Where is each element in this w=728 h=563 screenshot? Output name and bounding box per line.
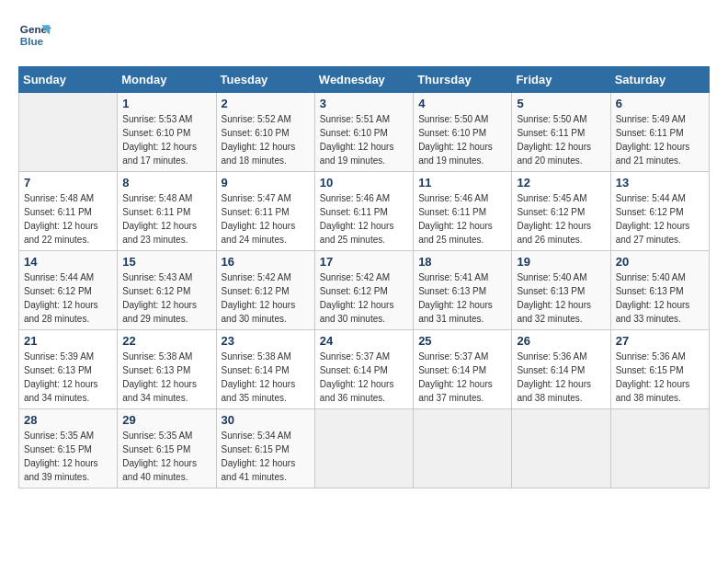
day-number: 12 — [517, 176, 605, 190]
day-number: 25 — [418, 334, 506, 348]
day-info: Sunrise: 5:34 AMSunset: 6:15 PMDaylight:… — [222, 429, 310, 484]
calendar-week-row: 1Sunrise: 5:53 AMSunset: 6:10 PMDaylight… — [19, 93, 710, 172]
calendar-cell: 19Sunrise: 5:40 AMSunset: 6:13 PMDayligh… — [512, 251, 610, 330]
day-info: Sunrise: 5:45 AMSunset: 6:12 PMDaylight:… — [517, 191, 605, 247]
day-info: Sunrise: 5:35 AMSunset: 6:15 PMDaylight:… — [24, 429, 112, 484]
day-info: Sunrise: 5:40 AMSunset: 6:13 PMDaylight:… — [517, 270, 605, 326]
calendar-cell: 29Sunrise: 5:35 AMSunset: 6:15 PMDayligh… — [118, 409, 216, 488]
day-number: 9 — [222, 176, 310, 190]
calendar-week-row: 28Sunrise: 5:35 AMSunset: 6:15 PMDayligh… — [19, 409, 710, 488]
day-info: Sunrise: 5:46 AMSunset: 6:11 PMDaylight:… — [418, 191, 506, 247]
day-info: Sunrise: 5:42 AMSunset: 6:12 PMDaylight:… — [320, 270, 408, 326]
weekday-header-monday: Monday — [118, 67, 216, 93]
day-info: Sunrise: 5:35 AMSunset: 6:15 PMDaylight:… — [122, 429, 210, 484]
calendar-cell: 4Sunrise: 5:50 AMSunset: 6:10 PMDaylight… — [414, 93, 512, 172]
calendar-cell: 1Sunrise: 5:53 AMSunset: 6:10 PMDaylight… — [118, 93, 216, 172]
day-info: Sunrise: 5:38 AMSunset: 6:13 PMDaylight:… — [122, 350, 210, 405]
calendar-cell: 27Sunrise: 5:36 AMSunset: 6:15 PMDayligh… — [610, 330, 709, 409]
day-info: Sunrise: 5:42 AMSunset: 6:12 PMDaylight:… — [222, 270, 310, 326]
day-info: Sunrise: 5:38 AMSunset: 6:14 PMDaylight:… — [222, 350, 310, 405]
calendar-cell: 23Sunrise: 5:38 AMSunset: 6:14 PMDayligh… — [216, 330, 314, 409]
day-number: 4 — [418, 97, 506, 110]
day-number: 16 — [222, 255, 310, 269]
calendar-cell — [414, 409, 512, 488]
day-number: 30 — [222, 413, 310, 427]
calendar-table: SundayMondayTuesdayWednesdayThursdayFrid… — [18, 66, 710, 488]
day-info: Sunrise: 5:36 AMSunset: 6:15 PMDaylight:… — [616, 350, 704, 405]
calendar-cell: 11Sunrise: 5:46 AMSunset: 6:11 PMDayligh… — [414, 172, 512, 251]
logo: General Blue — [18, 18, 55, 52]
calendar-week-row: 21Sunrise: 5:39 AMSunset: 6:13 PMDayligh… — [19, 330, 710, 409]
day-number: 14 — [24, 255, 112, 269]
calendar-cell: 5Sunrise: 5:50 AMSunset: 6:11 PMDaylight… — [512, 93, 610, 172]
day-number: 3 — [320, 97, 408, 110]
day-info: Sunrise: 5:41 AMSunset: 6:13 PMDaylight:… — [418, 270, 506, 326]
weekday-header-tuesday: Tuesday — [216, 67, 314, 93]
day-number: 13 — [616, 176, 704, 190]
calendar-cell: 15Sunrise: 5:43 AMSunset: 6:12 PMDayligh… — [118, 251, 216, 330]
calendar-week-row: 14Sunrise: 5:44 AMSunset: 6:12 PMDayligh… — [19, 251, 710, 330]
day-info: Sunrise: 5:40 AMSunset: 6:13 PMDaylight:… — [616, 270, 704, 326]
calendar-cell — [314, 409, 413, 488]
weekday-header-row: SundayMondayTuesdayWednesdayThursdayFrid… — [19, 67, 710, 93]
calendar-cell: 21Sunrise: 5:39 AMSunset: 6:13 PMDayligh… — [19, 330, 118, 409]
calendar-cell: 18Sunrise: 5:41 AMSunset: 6:13 PMDayligh… — [414, 251, 512, 330]
day-number: 24 — [320, 334, 408, 348]
calendar-cell: 9Sunrise: 5:47 AMSunset: 6:11 PMDaylight… — [216, 172, 314, 251]
day-number: 1 — [122, 97, 210, 110]
day-number: 18 — [418, 255, 506, 269]
calendar-cell: 13Sunrise: 5:44 AMSunset: 6:12 PMDayligh… — [610, 172, 709, 251]
weekday-header-sunday: Sunday — [19, 67, 118, 93]
calendar-cell: 14Sunrise: 5:44 AMSunset: 6:12 PMDayligh… — [19, 251, 118, 330]
calendar-cell — [512, 409, 610, 488]
calendar-cell: 17Sunrise: 5:42 AMSunset: 6:12 PMDayligh… — [314, 251, 413, 330]
calendar-cell: 25Sunrise: 5:37 AMSunset: 6:14 PMDayligh… — [414, 330, 512, 409]
day-number: 6 — [616, 97, 704, 110]
calendar-cell: 3Sunrise: 5:51 AMSunset: 6:10 PMDaylight… — [314, 93, 413, 172]
calendar-cell: 8Sunrise: 5:48 AMSunset: 6:11 PMDaylight… — [118, 172, 216, 251]
day-info: Sunrise: 5:37 AMSunset: 6:14 PMDaylight:… — [418, 350, 506, 405]
day-number: 5 — [517, 97, 605, 110]
day-info: Sunrise: 5:48 AMSunset: 6:11 PMDaylight:… — [24, 191, 112, 247]
day-number: 17 — [320, 255, 408, 269]
calendar-cell: 12Sunrise: 5:45 AMSunset: 6:12 PMDayligh… — [512, 172, 610, 251]
logo-icon: General Blue — [18, 18, 51, 52]
day-number: 27 — [616, 334, 704, 348]
day-info: Sunrise: 5:47 AMSunset: 6:11 PMDaylight:… — [222, 191, 310, 247]
day-number: 28 — [24, 413, 112, 427]
weekday-header-wednesday: Wednesday — [314, 67, 413, 93]
page-header: General Blue — [18, 18, 710, 52]
day-number: 7 — [24, 176, 112, 190]
day-number: 15 — [122, 255, 210, 269]
day-info: Sunrise: 5:39 AMSunset: 6:13 PMDaylight:… — [24, 350, 112, 405]
day-number: 29 — [122, 413, 210, 427]
weekday-header-saturday: Saturday — [610, 67, 709, 93]
day-number: 21 — [24, 334, 112, 348]
day-info: Sunrise: 5:52 AMSunset: 6:10 PMDaylight:… — [222, 112, 310, 167]
day-info: Sunrise: 5:49 AMSunset: 6:11 PMDaylight:… — [616, 112, 704, 167]
day-info: Sunrise: 5:50 AMSunset: 6:10 PMDaylight:… — [418, 112, 506, 167]
day-number: 22 — [122, 334, 210, 348]
day-info: Sunrise: 5:51 AMSunset: 6:10 PMDaylight:… — [320, 112, 408, 167]
day-info: Sunrise: 5:37 AMSunset: 6:14 PMDaylight:… — [320, 350, 408, 405]
weekday-header-friday: Friday — [512, 67, 610, 93]
day-info: Sunrise: 5:50 AMSunset: 6:11 PMDaylight:… — [517, 112, 605, 167]
day-info: Sunrise: 5:46 AMSunset: 6:11 PMDaylight:… — [320, 191, 408, 247]
calendar-cell: 24Sunrise: 5:37 AMSunset: 6:14 PMDayligh… — [314, 330, 413, 409]
weekday-header-thursday: Thursday — [414, 67, 512, 93]
calendar-cell: 10Sunrise: 5:46 AMSunset: 6:11 PMDayligh… — [314, 172, 413, 251]
calendar-cell: 28Sunrise: 5:35 AMSunset: 6:15 PMDayligh… — [19, 409, 118, 488]
day-info: Sunrise: 5:48 AMSunset: 6:11 PMDaylight:… — [122, 191, 210, 247]
calendar-cell: 22Sunrise: 5:38 AMSunset: 6:13 PMDayligh… — [118, 330, 216, 409]
calendar-cell: 20Sunrise: 5:40 AMSunset: 6:13 PMDayligh… — [610, 251, 709, 330]
day-number: 19 — [517, 255, 605, 269]
day-info: Sunrise: 5:36 AMSunset: 6:14 PMDaylight:… — [517, 350, 605, 405]
day-number: 10 — [320, 176, 408, 190]
calendar-cell: 7Sunrise: 5:48 AMSunset: 6:11 PMDaylight… — [19, 172, 118, 251]
calendar-cell — [610, 409, 709, 488]
day-number: 2 — [222, 97, 310, 110]
calendar-cell — [19, 93, 118, 172]
day-info: Sunrise: 5:43 AMSunset: 6:12 PMDaylight:… — [122, 270, 210, 326]
calendar-cell: 6Sunrise: 5:49 AMSunset: 6:11 PMDaylight… — [610, 93, 709, 172]
day-info: Sunrise: 5:44 AMSunset: 6:12 PMDaylight:… — [24, 270, 112, 326]
